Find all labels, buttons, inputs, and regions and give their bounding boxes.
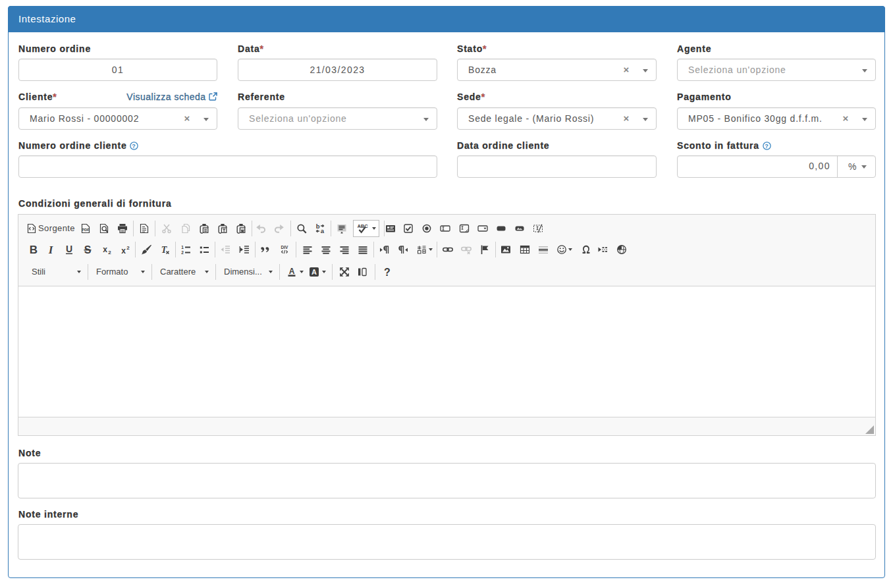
svg-text:DIV: DIV: [281, 245, 289, 250]
svg-text:x: x: [103, 245, 107, 254]
svg-text:2: 2: [126, 245, 130, 251]
svg-text:x: x: [121, 246, 126, 255]
svg-text:1: 1: [181, 245, 184, 250]
svg-text:ABC: ABC: [358, 223, 368, 229]
svg-text:PDF: PDF: [82, 228, 90, 232]
svg-text:2: 2: [181, 250, 184, 255]
svg-text:2: 2: [108, 250, 111, 255]
svg-text:U: U: [66, 244, 72, 254]
svg-text:b: b: [316, 223, 320, 230]
svg-text:a: a: [321, 227, 325, 234]
svg-text:?: ?: [132, 143, 136, 149]
svg-text:?: ?: [384, 267, 391, 277]
svg-text:A: A: [289, 267, 295, 276]
svg-text:I: I: [48, 244, 54, 255]
svg-text:?: ?: [765, 143, 769, 149]
svg-text:B: B: [30, 244, 38, 255]
svg-text:A: A: [311, 268, 317, 276]
